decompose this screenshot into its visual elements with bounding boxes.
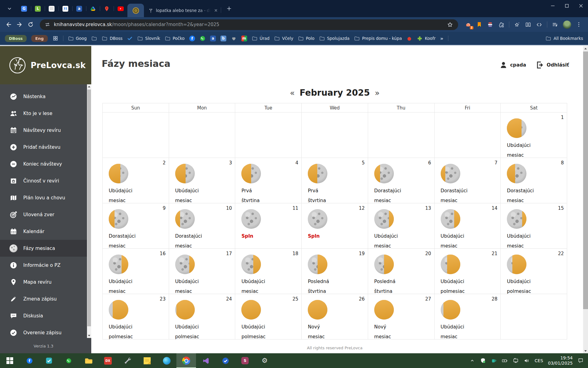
- tray-defender-shield-icon[interactable]: [477, 353, 488, 368]
- extension-bookmark-flag-icon[interactable]: [476, 21, 482, 28]
- sidebar-item-info-circle[interactable]: Informácie o PZ: [0, 257, 87, 274]
- sidebar-brand[interactable]: PreLovca.sk: [0, 46, 91, 84]
- playlist-icon[interactable]: [552, 21, 558, 28]
- avatar-icon[interactable]: [563, 21, 571, 29]
- bookmark-pill[interactable]: DBoss: [5, 35, 27, 42]
- taskbar-app-app-maroon[interactable]: S: [235, 353, 255, 368]
- sidebar-item-calendar-grid[interactable]: Návštevy revíru: [0, 122, 87, 139]
- scroll-down-icon[interactable]: [87, 333, 91, 338]
- extension-snail-icon[interactable]: 2: [465, 21, 472, 28]
- page-scrollbar[interactable]: [583, 46, 588, 353]
- taskbar-app-visual-studio[interactable]: [196, 353, 216, 368]
- forward-icon[interactable]: [14, 19, 25, 30]
- close-window-icon[interactable]: [574, 0, 588, 12]
- taskbar-app-sticky-notes[interactable]: [137, 353, 157, 368]
- bookmark-item[interactable]: f: [189, 36, 195, 41]
- taskbar-app-facebook[interactable]: f: [20, 353, 39, 368]
- bookmark-item[interactable]: [200, 36, 205, 41]
- sidebar-item-chat-bubble[interactable]: Diskusia: [0, 307, 87, 324]
- sidebar-scrollbar-thumb[interactable]: [87, 90, 91, 326]
- taskbar-app-chrome[interactable]: [176, 353, 196, 368]
- bookmark-item[interactable]: [127, 36, 133, 41]
- taskbar-app-devexpress[interactable]: DX: [98, 353, 118, 368]
- extension-books-icon[interactable]: [487, 21, 493, 28]
- sidebar-item-pencil[interactable]: Zmena zápisu: [0, 290, 87, 307]
- sidebar-item-calendar[interactable]: Kalendár: [0, 223, 87, 240]
- taskbar-app-windows-start[interactable]: [0, 353, 20, 368]
- star-sparkle-icon[interactable]: [514, 21, 520, 28]
- bookmark-item[interactable]: Goog: [68, 36, 87, 41]
- taskbar-app-file-explorer[interactable]: [78, 353, 98, 368]
- sidebar-item-minus-circle[interactable]: Koniec návštevy: [0, 155, 87, 172]
- tab-search-button[interactable]: [5, 4, 14, 13]
- scroll-down-icon[interactable]: [583, 348, 588, 353]
- browser-tab[interactable]: lopatka alebo tesne za - diskusi: [144, 4, 221, 17]
- pinned-tab-google-calendar[interactable]: 31: [58, 3, 72, 14]
- sidebar-item-plus-circle[interactable]: Pridať návštevu: [0, 139, 87, 155]
- taskbar-app-edge[interactable]: [157, 353, 176, 368]
- minimize-window-icon[interactable]: [546, 0, 560, 12]
- sidebar-item-activity-map[interactable]: Činnosť v revíri: [0, 172, 87, 189]
- bookmark-item[interactable]: Spolujazda: [319, 36, 350, 41]
- bookmark-item[interactable]: Počko: [165, 36, 185, 41]
- tray-language[interactable]: CES: [532, 353, 546, 368]
- all-bookmarks[interactable]: All Bookmarks: [545, 36, 583, 41]
- bookmark-item[interactable]: »: [440, 36, 443, 41]
- pinned-tab-letter-l[interactable]: L: [31, 3, 45, 14]
- sidebar-item-moon-sphere[interactable]: Fázy mesiaca: [0, 240, 87, 257]
- puzzle-icon[interactable]: [498, 21, 504, 28]
- reload-icon[interactable]: [25, 19, 36, 30]
- new-tab-button[interactable]: [224, 4, 234, 13]
- page-scrollbar-thumb[interactable]: [583, 52, 588, 309]
- site-info-icon[interactable]: [45, 22, 50, 27]
- bookmark-item[interactable]: a: [210, 36, 216, 41]
- sidebar-item-target-arrow[interactable]: Ulovená zver: [0, 206, 87, 223]
- tray-network-icon[interactable]: [510, 353, 521, 368]
- bookmark-item[interactable]: [52, 35, 58, 41]
- pinned-tab-azet-mail[interactable]: a: [72, 3, 86, 14]
- bookmark-item[interactable]: [91, 36, 97, 41]
- bookmark-pill[interactable]: Eng: [31, 35, 47, 42]
- tray-battery-icon[interactable]: [499, 353, 510, 368]
- bookmark-item[interactable]: Úrad: [252, 36, 270, 41]
- tray-mug-icon[interactable]: [488, 353, 499, 368]
- action-center-icon[interactable]: [575, 353, 586, 368]
- back-icon[interactable]: [3, 19, 14, 30]
- tray-speaker-icon[interactable]: [521, 353, 532, 368]
- bookmark-item[interactable]: Prepis domu - kúpa: [354, 36, 402, 41]
- code-icon[interactable]: [536, 21, 542, 28]
- bookmark-item[interactable]: [406, 36, 412, 41]
- scroll-up-icon[interactable]: [87, 84, 91, 89]
- sidebar-item-folded-map[interactable]: Plán lovu a chovu: [0, 189, 87, 206]
- user-menu[interactable]: cpada: [499, 61, 526, 69]
- maximize-window-icon[interactable]: [560, 0, 574, 12]
- taskbar-app-todo-blue[interactable]: [216, 353, 235, 368]
- bookmark-item[interactable]: Slovník: [137, 36, 160, 41]
- sidebar-item-check-circle[interactable]: Overenie zápisu: [0, 324, 87, 338]
- tray-chevron-up-icon[interactable]: [467, 353, 477, 368]
- taskbar-app-settings-gear[interactable]: ⚙: [255, 353, 274, 368]
- scroll-up-icon[interactable]: [583, 46, 588, 51]
- bookmark-item[interactable]: m: [241, 36, 247, 41]
- bookmark-item[interactable]: Polo: [298, 36, 315, 41]
- reading-list-icon[interactable]: [525, 21, 531, 28]
- sidebar-scrollbar[interactable]: [87, 84, 91, 338]
- bookmark-item[interactable]: b: [221, 36, 226, 41]
- prev-month-button[interactable]: «: [290, 88, 295, 98]
- taskbar-app-tools[interactable]: [118, 353, 137, 368]
- pinned-tab-google-maps[interactable]: [100, 3, 114, 14]
- logout-button[interactable]: Odhlásiť: [535, 61, 569, 69]
- kebab-icon[interactable]: [576, 21, 582, 28]
- taskbar-clock[interactable]: 19:54 03/01/2025: [545, 355, 575, 366]
- address-bar[interactable]: knihanavstev.prelovca.sk/moon/phases/cal…: [40, 19, 458, 30]
- pinned-tab-news[interactable]: [45, 3, 58, 14]
- bookmark-item[interactable]: Včely: [274, 36, 293, 41]
- taskbar-app-whatsapp[interactable]: [59, 353, 78, 368]
- taskbar-app-todo-teal[interactable]: [39, 353, 59, 368]
- sidebar-item-map-pin[interactable]: Mapa revíru: [0, 274, 87, 290]
- sidebar-item-dashboard-chart[interactable]: Nástenka: [0, 88, 87, 105]
- sidebar-item-users[interactable]: Kto je v lese: [0, 105, 87, 122]
- pinned-tab-google-drive[interactable]: [86, 3, 100, 14]
- pinned-tab-youtube[interactable]: [114, 3, 127, 14]
- pinned-tab-prelovca-emblem[interactable]: [127, 4, 144, 17]
